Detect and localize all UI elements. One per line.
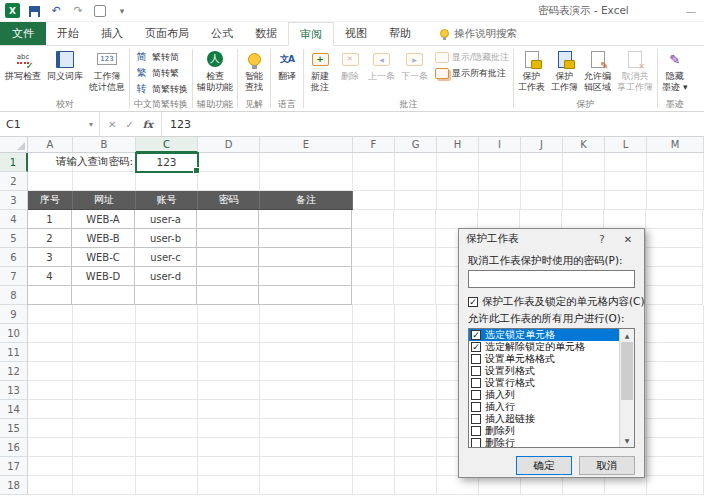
row-header-13[interactable]: 13 (0, 381, 28, 400)
cell-M5[interactable] (646, 229, 703, 248)
column-header-G[interactable]: G (395, 137, 437, 153)
cell-J18[interactable] (521, 476, 563, 495)
save-icon[interactable] (26, 3, 42, 19)
cell-G13[interactable] (395, 381, 437, 400)
confirm-entry-icon[interactable]: ✓ (125, 119, 133, 130)
cell-B12[interactable] (73, 362, 136, 381)
redo-icon[interactable] (70, 3, 86, 19)
cell-M6[interactable] (646, 248, 703, 267)
row-header-7[interactable]: 7 (0, 267, 28, 286)
tab-视图[interactable]: 视图 (334, 22, 378, 45)
cell-D18[interactable] (198, 476, 260, 495)
column-header-D[interactable]: D (198, 137, 260, 153)
cell-B13[interactable] (73, 381, 136, 400)
column-header-B[interactable]: B (73, 137, 136, 153)
dialog-close-button[interactable]: ✕ (619, 234, 637, 245)
cell-K2[interactable] (563, 172, 605, 191)
cell-B2[interactable] (73, 172, 136, 191)
cell-C11[interactable] (136, 343, 198, 362)
cell-B15[interactable] (73, 419, 136, 438)
name-box-caret-icon[interactable]: ▾ (89, 120, 93, 129)
cell-B4[interactable]: WEB-A (72, 210, 135, 229)
ribbon-button-简繁转换[interactable]: 简繁转换 (131, 81, 191, 97)
cell-G8[interactable] (394, 286, 436, 305)
cell-A10[interactable] (28, 324, 73, 343)
cell-K4[interactable] (562, 210, 604, 229)
cell-G7[interactable] (394, 267, 436, 286)
cell-G1[interactable] (395, 153, 437, 172)
cell-B1[interactable]: 请输入查询密码: (73, 153, 136, 172)
cell-G18[interactable] (395, 476, 437, 495)
dialog-titlebar[interactable]: 保护工作表 ? ✕ (459, 229, 644, 249)
cell-C8[interactable] (135, 286, 197, 305)
cell-C17[interactable] (136, 457, 198, 476)
cell-H18[interactable] (437, 476, 479, 495)
cell-F8[interactable] (352, 286, 394, 305)
option-checkbox-icon[interactable] (471, 390, 481, 400)
cell-M7[interactable] (646, 267, 703, 286)
cell-E6[interactable] (259, 248, 352, 267)
cell-M2[interactable] (647, 172, 704, 191)
cell-A14[interactable] (28, 400, 73, 419)
option-checkbox-icon[interactable] (471, 330, 481, 340)
select-all-corner[interactable] (0, 137, 28, 153)
cell-F4[interactable] (352, 210, 394, 229)
cell-J3[interactable] (521, 191, 563, 210)
cell-C16[interactable] (136, 438, 198, 457)
cell-I4[interactable] (478, 210, 520, 229)
ribbon-button-检查辅助功能[interactable]: 检查 辅助功能 (194, 46, 236, 92)
cell-A11[interactable] (28, 343, 73, 362)
cell-F3[interactable] (353, 191, 395, 210)
allow-option-10[interactable]: 删除行 (469, 437, 619, 448)
cell-E1[interactable] (260, 153, 353, 172)
cell-G2[interactable] (395, 172, 437, 191)
customize-caret-icon[interactable] (114, 3, 130, 19)
cell-M10[interactable] (647, 324, 704, 343)
cell-M15[interactable] (647, 419, 704, 438)
cell-E15[interactable] (260, 419, 353, 438)
insert-function-icon[interactable]: fx (143, 119, 153, 130)
cell-B14[interactable] (73, 400, 136, 419)
cell-B16[interactable] (73, 438, 136, 457)
dialog-help-button[interactable]: ? (593, 234, 611, 245)
cell-D8[interactable] (197, 286, 259, 305)
cell-M13[interactable] (647, 381, 704, 400)
tab-file[interactable]: 文件 (0, 22, 46, 45)
cell-G3[interactable] (395, 191, 437, 210)
row-header-4[interactable]: 4 (0, 210, 28, 229)
option-checkbox-icon[interactable] (471, 366, 481, 376)
column-header-L[interactable]: L (605, 137, 647, 153)
cell-B11[interactable] (73, 343, 136, 362)
column-header-H[interactable]: H (437, 137, 479, 153)
column-header-E[interactable]: E (260, 137, 353, 153)
ribbon-button-新建批注[interactable]: 新建 批注 (305, 46, 335, 92)
row-header-18[interactable]: 18 (0, 476, 28, 495)
cell-A4[interactable]: 1 (27, 210, 72, 229)
cell-M4[interactable] (646, 210, 703, 229)
cell-E12[interactable] (260, 362, 353, 381)
cell-D14[interactable] (198, 400, 260, 419)
cell-D3[interactable]: 密码 (198, 191, 260, 210)
ribbon-button-工作簿统计信息[interactable]: 工作簿 统计信息 (86, 46, 128, 92)
cell-C18[interactable] (136, 476, 198, 495)
cell-B5[interactable]: WEB-B (72, 229, 135, 248)
cell-E8[interactable] (259, 286, 352, 305)
column-header-I[interactable]: I (479, 137, 521, 153)
cell-D9[interactable] (198, 305, 260, 324)
cell-C3[interactable]: 账号 (136, 191, 198, 210)
tab-帮助[interactable]: 帮助 (378, 22, 422, 45)
cell-K18[interactable] (563, 476, 605, 495)
cell-D10[interactable] (198, 324, 260, 343)
option-checkbox-icon[interactable] (471, 342, 481, 352)
cell-H1[interactable] (437, 153, 479, 172)
cell-A3[interactable]: 序号 (28, 191, 73, 210)
cell-F5[interactable] (352, 229, 394, 248)
cell-F7[interactable] (352, 267, 394, 286)
row-header-9[interactable]: 9 (0, 305, 28, 324)
ribbon-button-简转繁[interactable]: 简转繁 (131, 65, 191, 81)
cell-I3[interactable] (479, 191, 521, 210)
cell-E10[interactable] (260, 324, 353, 343)
cell-E17[interactable] (260, 457, 353, 476)
cell-G15[interactable] (395, 419, 437, 438)
cell-C5[interactable]: user-b (135, 229, 197, 248)
